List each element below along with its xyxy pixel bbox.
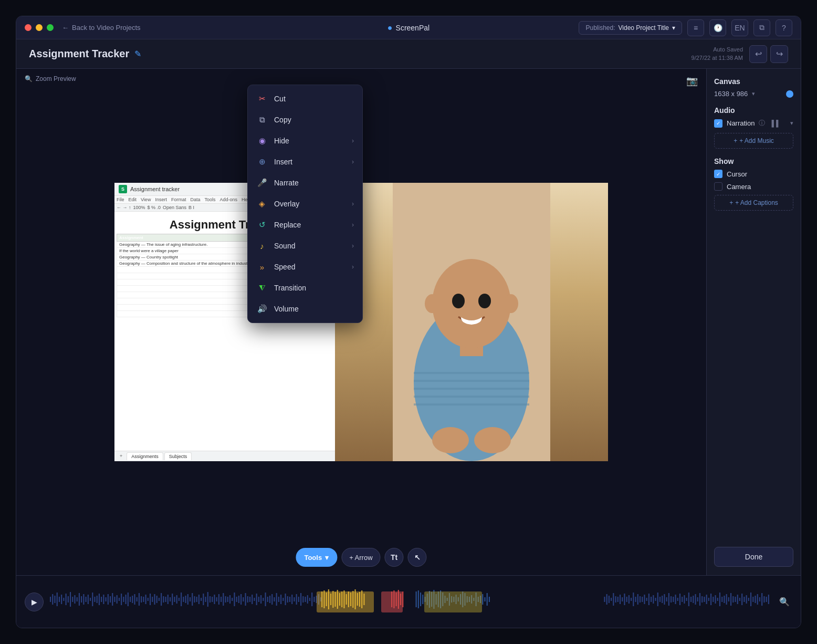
svg-rect-251: [721, 597, 722, 602]
menu-item-narrate[interactable]: 🎤 Narrate: [248, 172, 362, 193]
menu-item-copy[interactable]: ⧉ Copy: [248, 109, 362, 130]
svg-point-13: [425, 294, 439, 313]
list-icon-button[interactable]: ≡: [687, 19, 704, 36]
menu-item-replace[interactable]: ↺ Replace ›: [248, 214, 362, 235]
svg-rect-15: [50, 597, 51, 602]
svg-rect-217: [646, 598, 647, 601]
arrow-button[interactable]: + Arrow: [341, 548, 380, 567]
svg-rect-134: [256, 594, 257, 605]
text-tool-button[interactable]: Tt: [385, 548, 404, 567]
camera-checkbox[interactable]: [714, 182, 722, 191]
svg-rect-194: [482, 594, 483, 605]
svg-rect-148: [287, 596, 288, 603]
app-title-text: ScreenPal: [396, 24, 430, 32]
menu-item-overlay[interactable]: ◈ Overlay ›: [248, 193, 362, 214]
svg-rect-152: [296, 594, 297, 605]
svg-rect-225: [664, 594, 665, 605]
svg-rect-53: [134, 594, 135, 605]
timeline-search-button[interactable]: 🔍: [777, 594, 792, 610]
svg-rect-28: [79, 593, 80, 606]
svg-rect-116: [216, 597, 217, 601]
redo-button[interactable]: ↪: [770, 45, 788, 63]
auto-saved-time: 9/27/22 at 11:38 AM: [692, 54, 743, 62]
svg-rect-266: [755, 596, 756, 603]
svg-rect-247: [713, 597, 714, 602]
tools-button[interactable]: Tools ▾: [296, 548, 337, 567]
svg-rect-155: [302, 596, 303, 603]
edit-project-title-icon[interactable]: ✎: [134, 49, 141, 59]
minimize-button[interactable]: [36, 24, 43, 31]
menu-item-insert[interactable]: ⊕ Insert ›: [248, 151, 362, 172]
svg-rect-133: [254, 598, 255, 601]
add-captions-button[interactable]: + + Add Captions: [714, 195, 793, 211]
timeline-segment-red[interactable]: [381, 591, 403, 612]
menu-item-sound[interactable]: ♪ Sound ›: [248, 235, 362, 256]
menu-item-hide[interactable]: ◉ Hide ›: [248, 130, 362, 151]
svg-rect-132: [252, 595, 253, 604]
publish-button[interactable]: Published: Video Project Title ▾: [579, 21, 682, 35]
svg-rect-246: [710, 594, 711, 605]
menu-item-transition[interactable]: ⧨ Transition: [248, 277, 362, 298]
waveform-display: // This is in SVG, generate bars: [50, 586, 770, 612]
add-sheet-button[interactable]: +: [117, 452, 125, 460]
cursor-show-label: Cursor: [727, 170, 747, 178]
play-button[interactable]: ▶: [25, 593, 44, 611]
language-button[interactable]: EN: [731, 19, 748, 36]
svg-rect-120: [225, 596, 226, 603]
canvas-size-value: 1638 x 986: [714, 90, 748, 98]
menu-item-volume[interactable]: 🔊 Volume: [248, 298, 362, 319]
narration-bars-icon[interactable]: ▐▐: [769, 120, 778, 127]
back-button[interactable]: ← Back to Video Projects: [62, 24, 141, 32]
svg-rect-233: [682, 597, 683, 602]
canvas-section-title: Canvas: [714, 77, 793, 86]
svg-rect-242: [701, 596, 703, 603]
menu-item-cut[interactable]: ✂ Cut: [248, 88, 362, 109]
close-button[interactable]: [25, 24, 32, 31]
history-icon-button[interactable]: 🕐: [709, 19, 726, 36]
help-icon-button[interactable]: ?: [776, 19, 792, 36]
timeline-segment-yellow[interactable]: [317, 591, 374, 612]
svg-rect-252: [724, 596, 725, 603]
menu-volume-label: Volume: [274, 305, 299, 313]
layers-icon-button[interactable]: ⧉: [753, 19, 770, 36]
svg-rect-150: [291, 595, 292, 604]
screenshot-icon-button[interactable]: 📷: [686, 75, 698, 87]
undo-button[interactable]: ↩: [749, 45, 767, 63]
svg-rect-216: [644, 595, 645, 604]
narration-dropdown-icon[interactable]: ▾: [790, 120, 793, 127]
canvas-area: 🔍 Zoom Preview 📷 S Assignment tracker Fi…: [16, 69, 706, 575]
svg-rect-51: [130, 597, 131, 602]
tab-assignments[interactable]: Assignments: [127, 452, 163, 460]
svg-rect-164: [416, 591, 417, 607]
main-content: 🔍 Zoom Preview 📷 S Assignment tracker Fi…: [16, 69, 801, 575]
back-label: Back to Video Projects: [72, 24, 141, 32]
timeline-track[interactable]: // This is in SVG, generate bars: [50, 586, 770, 618]
svg-rect-149: [289, 597, 290, 602]
svg-rect-137: [263, 598, 264, 601]
timeline-segment-yellow2[interactable]: [424, 591, 482, 612]
maximize-button[interactable]: [47, 24, 54, 31]
narration-checkbox[interactable]: ✓: [714, 119, 722, 128]
canvas-size-chevron-icon[interactable]: ▾: [752, 90, 755, 97]
tab-subjects[interactable]: Subjects: [164, 452, 192, 460]
menu-item-speed[interactable]: » Speed ›: [248, 256, 362, 277]
cursor-tool-button[interactable]: ↖: [408, 548, 427, 567]
narration-row: ✓ Narration ⓘ ▐▐ ▾: [714, 119, 793, 128]
svg-rect-147: [285, 594, 286, 605]
svg-rect-259: [739, 598, 740, 601]
svg-rect-167: [422, 595, 423, 604]
svg-rect-262: [746, 595, 747, 604]
narration-label: Narration: [727, 119, 755, 127]
narration-info-icon[interactable]: ⓘ: [759, 119, 765, 128]
svg-rect-88: [154, 594, 155, 605]
zoom-preview-button[interactable]: 🔍 Zoom Preview: [25, 75, 76, 82]
add-music-button[interactable]: + + Add Music: [714, 133, 793, 149]
svg-rect-205: [620, 595, 621, 604]
svg-rect-145: [280, 595, 281, 604]
svg-rect-160: [313, 597, 315, 602]
canvas-color-indicator[interactable]: [786, 90, 793, 98]
svg-rect-92: [163, 596, 164, 603]
done-button[interactable]: Done: [714, 547, 793, 567]
svg-rect-239: [695, 594, 696, 605]
cursor-checkbox[interactable]: ✓: [714, 170, 722, 178]
